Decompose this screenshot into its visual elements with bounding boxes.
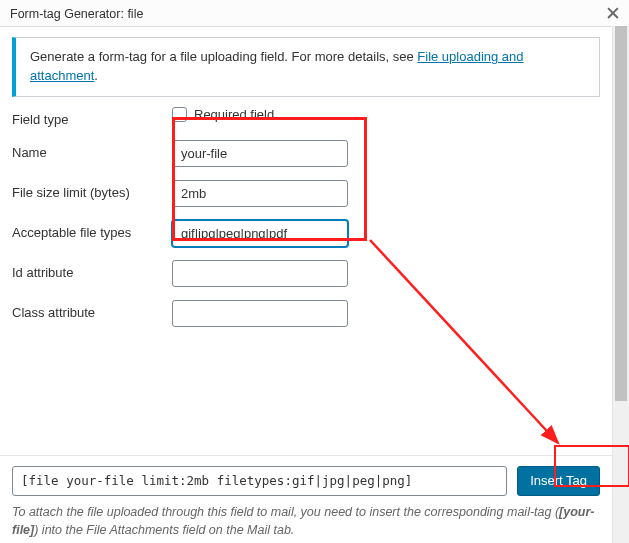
dialog-title: Form-tag Generator: file: [10, 7, 143, 21]
info-text-after: .: [94, 68, 98, 83]
vertical-scrollbar[interactable]: [612, 26, 629, 543]
form-grid: Field type Required field Name: [12, 107, 600, 327]
label-id-attr: Id attribute: [12, 260, 172, 280]
id-attr-input[interactable]: [172, 260, 348, 287]
class-attr-input[interactable]: [172, 300, 348, 327]
scrollbar-thumb[interactable]: [615, 26, 627, 401]
generated-tag-input[interactable]: [12, 466, 507, 496]
acceptable-types-input[interactable]: [172, 220, 348, 247]
row-file-size: File size limit (bytes): [12, 180, 600, 207]
label-class-attr: Class attribute: [12, 300, 172, 320]
dialog-titlebar: Form-tag Generator: file ✕: [0, 0, 629, 27]
label-file-size: File size limit (bytes): [12, 180, 172, 200]
required-checkbox-wrap[interactable]: Required field: [172, 107, 274, 122]
label-name: Name: [12, 140, 172, 160]
file-size-input[interactable]: [172, 180, 348, 207]
info-box: Generate a form-tag for a file uploading…: [12, 37, 600, 97]
dialog-bottom: Insert Tag To attach the file uploaded t…: [0, 455, 612, 543]
row-name: Name: [12, 140, 600, 167]
hint-before: To attach the file uploaded through this…: [12, 505, 559, 519]
label-field-type: Field type: [12, 107, 172, 127]
required-label: Required field: [194, 107, 274, 122]
required-checkbox[interactable]: [172, 107, 187, 122]
row-acceptable: Acceptable file types: [12, 220, 600, 247]
mail-tag-hint: To attach the file uploaded through this…: [12, 503, 600, 539]
dialog-content: Generate a form-tag for a file uploading…: [0, 27, 629, 543]
row-field-type: Field type Required field: [12, 107, 600, 127]
form-tag-generator-dialog: Form-tag Generator: file ✕ Generate a fo…: [0, 0, 629, 543]
name-input[interactable]: [172, 140, 348, 167]
row-class-attr: Class attribute: [12, 300, 600, 327]
info-text-before: Generate a form-tag for a file uploading…: [30, 49, 417, 64]
close-icon[interactable]: ✕: [605, 4, 621, 23]
row-id-attr: Id attribute: [12, 260, 600, 287]
label-acceptable: Acceptable file types: [12, 220, 172, 240]
hint-after: ) into the File Attachments field on the…: [34, 523, 294, 537]
insert-tag-button[interactable]: Insert Tag: [517, 466, 600, 496]
